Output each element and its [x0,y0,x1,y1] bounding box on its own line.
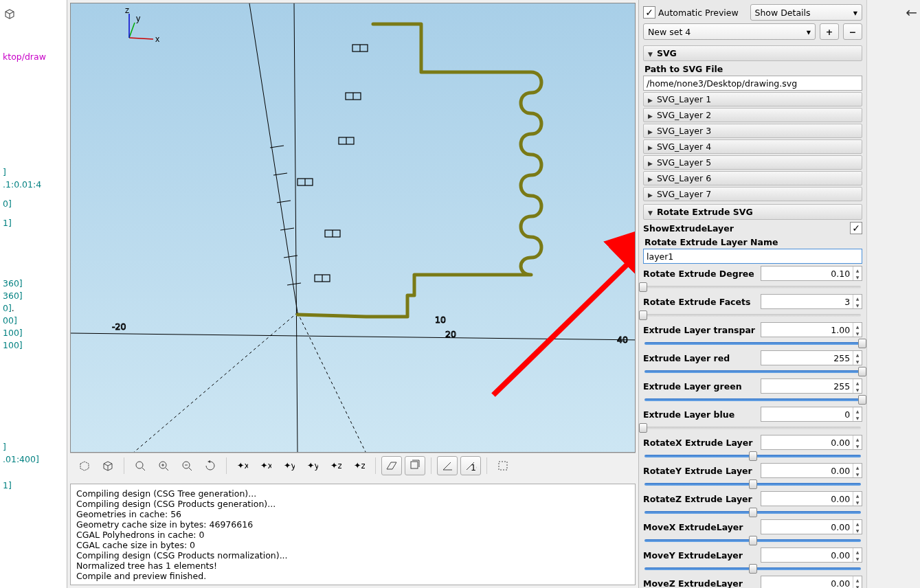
spin-down-icon[interactable]: ▼ [853,471,862,477]
spin-up-icon[interactable]: ▲ [853,464,862,471]
param-value-input[interactable] [761,353,853,363]
svg-layer-header[interactable]: SVG_Layer 5 [643,155,862,170]
preset-add-button[interactable]: + [820,23,839,40]
preset-remove-button[interactable]: − [843,23,862,40]
spin-down-icon[interactable]: ▼ [853,386,862,393]
param-spinbox[interactable]: ▲▼ [761,322,862,337]
code-line[interactable]: 360] [0,278,67,290]
code-line[interactable]: ktop/draw [0,51,67,63]
spin-up-icon[interactable]: ▲ [853,548,862,555]
param-slider[interactable] [643,423,862,433]
spin-down-icon[interactable]: ▼ [853,273,862,280]
code-line[interactable]: .1:0.01:4 [0,179,67,191]
param-slider[interactable] [643,479,862,489]
show-edges-icon[interactable] [493,456,513,475]
param-value-input[interactable] [761,297,853,307]
console-output[interactable]: Compiling design (CSG Tree generation)..… [70,484,636,585]
svg-layer-header[interactable]: SVG_Layer 4 [643,139,862,154]
spin-up-icon[interactable]: ▲ [853,492,862,499]
preset-select[interactable]: New set 4▾ [643,23,816,40]
spin-down-icon[interactable]: ▼ [853,555,862,562]
code-line[interactable]: .01:400] [0,453,67,466]
param-spinbox[interactable]: ▲▼ [761,519,862,534]
param-value-input[interactable] [761,578,853,589]
orthographic-icon[interactable] [405,456,425,475]
spin-down-icon[interactable]: ▼ [853,414,862,421]
layer-name-input[interactable] [643,249,862,264]
view-preview-icon[interactable] [74,456,95,475]
spin-up-icon[interactable]: ▲ [853,323,862,330]
param-value-input[interactable] [761,325,853,335]
rotate-extrude-section-header[interactable]: Rotate Extrude SVG [643,204,862,220]
param-value-input[interactable] [761,409,853,420]
svg-layer-header[interactable]: SVG_Layer 2 [643,108,862,122]
param-slider[interactable] [643,536,862,545]
param-spinbox[interactable]: ▲▼ [761,576,862,588]
spin-down-icon[interactable]: ▼ [853,302,862,308]
param-slider[interactable] [643,282,862,292]
param-slider[interactable] [643,395,862,405]
spin-up-icon[interactable]: ▲ [853,436,862,442]
param-value-input[interactable] [761,550,853,561]
param-slider[interactable] [643,508,862,517]
param-spinbox[interactable]: ▲▼ [761,378,862,394]
param-value-input[interactable] [761,522,853,532]
code-line[interactable]: 360] [0,290,67,302]
param-spinbox[interactable]: ▲▼ [761,435,862,450]
code-line[interactable]: 0] [0,198,67,210]
param-spinbox[interactable]: ▲▼ [761,463,862,478]
param-value-input[interactable] [761,466,853,476]
view-bottom-icon[interactable]: ✦z [349,456,370,475]
param-spinbox[interactable]: ▲▼ [761,350,862,365]
spin-up-icon[interactable]: ▲ [853,267,862,273]
view-right-icon[interactable]: ✦x [232,456,253,475]
param-spinbox[interactable]: ▲▼ [761,294,862,309]
spin-up-icon[interactable]: ▲ [853,520,862,527]
view-front-icon[interactable]: ✦y [279,456,300,475]
param-value-input[interactable] [761,494,853,504]
code-line[interactable]: ] [0,441,67,453]
param-spinbox[interactable]: ▲▼ [761,266,862,281]
show-scale-icon[interactable]: 10 [460,456,481,475]
spin-down-icon[interactable]: ▼ [853,583,862,588]
code-line[interactable]: 1] [0,479,67,492]
svg-layer-header[interactable]: SVG_Layer 7 [643,187,862,201]
spin-up-icon[interactable]: ▲ [853,379,862,386]
param-slider[interactable] [643,339,862,348]
detail-level-select[interactable]: Show Details▾ [750,4,863,21]
spin-up-icon[interactable]: ▲ [853,351,862,358]
param-slider[interactable] [643,564,862,574]
show-axes-icon[interactable] [437,456,458,475]
code-line[interactable]: 00] [0,315,67,327]
perspective-icon[interactable] [381,456,402,475]
3d-viewport[interactable]: -20 20 40 10 [70,3,636,453]
show-extrude-layer-checkbox[interactable]: ✓ [850,222,862,234]
code-line[interactable]: 100] [0,339,67,352]
param-spinbox[interactable]: ▲▼ [761,407,862,422]
view-back-icon[interactable]: ✦y [302,456,323,475]
view-left-icon[interactable]: ✦x [256,456,276,475]
spin-down-icon[interactable]: ▼ [853,358,862,365]
param-slider[interactable] [643,310,862,320]
svg-layer-header[interactable]: SVG_Layer 3 [643,124,862,138]
spin-down-icon[interactable]: ▼ [853,499,862,506]
code-line[interactable]: 100] [0,327,67,339]
code-line[interactable]: ] [0,166,67,179]
param-spinbox[interactable]: ▲▼ [761,547,862,563]
param-value-input[interactable] [761,438,853,448]
param-slider[interactable] [643,367,862,376]
svg-layer-header[interactable]: SVG_Layer 1 [643,92,862,106]
param-value-input[interactable] [761,381,853,392]
code-line[interactable]: 1] [0,217,67,229]
path-to-svg-input[interactable] [643,76,862,91]
zoom-fit-icon[interactable] [130,456,150,475]
spin-down-icon[interactable]: ▼ [853,330,862,337]
view-render-icon[interactable] [98,456,118,475]
zoom-out-icon[interactable] [177,456,197,475]
back-arrow-icon[interactable]: ← [906,4,917,21]
spin-up-icon[interactable]: ▲ [853,576,862,583]
view-top-icon[interactable]: ✦z [326,456,346,475]
spin-up-icon[interactable]: ▲ [853,407,862,414]
param-spinbox[interactable]: ▲▼ [761,491,862,506]
param-slider[interactable] [643,451,862,461]
